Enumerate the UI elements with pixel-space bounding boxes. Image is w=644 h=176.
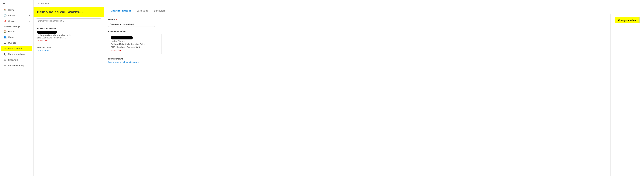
workstreams-icon: ⚡	[4, 47, 6, 50]
phone-calling-label: Calling (Make Calls; Receive Calls)	[111, 43, 159, 45]
chevron-down-icon: ▾	[29, 20, 30, 22]
queues-icon: ☰	[4, 41, 6, 44]
sidebar-item-label: Channels	[8, 59, 18, 61]
sidebar-item-users[interactable]: 👥 Users	[1, 34, 32, 40]
channel-search-input[interactable]	[36, 18, 101, 23]
channel-phone-row	[37, 31, 100, 34]
phone-numbers-icon: 📞	[4, 53, 6, 56]
phone-number-redacted	[111, 36, 133, 39]
sidebar-section-general-settings: General settings	[0, 24, 33, 29]
sidebar-item-workstreams[interactable]: ⚡ Workstreams	[1, 46, 32, 51]
home-settings-icon: 🏠	[4, 30, 6, 33]
routing-label: Routing rules	[37, 46, 100, 48]
users-icon: 👥	[4, 36, 6, 38]
inactive-label: Inactive	[114, 49, 122, 52]
channels-icon: ⬡	[4, 59, 6, 61]
channel-calling-label: Calling (Make Calls; Receive Calls)	[37, 34, 100, 37]
chevron-down-icon: ▾	[29, 15, 30, 16]
sidebar-item-recent[interactable]: 🕐 Recent ▾	[1, 13, 32, 18]
change-number-button[interactable]: Change number	[615, 17, 640, 23]
content-area: Demo voice call works... Phone number Ca…	[34, 7, 644, 176]
toolbar: ↻ Refresh	[34, 0, 644, 7]
channel-sms-label: SMS (Send And Receive SM...	[37, 37, 100, 39]
sidebar-item-label: Users	[8, 36, 14, 38]
phone-country-label: United States	[111, 40, 159, 42]
required-indicator: *	[116, 18, 118, 21]
sidebar-item-label: Queues	[8, 42, 16, 44]
sidebar: 🏠 Home 🕐 Recent ▾ 📌 Pinned ▾ General set…	[0, 0, 34, 176]
learn-more-link[interactable]: Learn more	[37, 49, 49, 52]
refresh-button[interactable]: ↻ Refresh	[36, 1, 51, 6]
tabs-bar: Channel Details Language Behaviors	[104, 7, 644, 14]
tab-behaviors[interactable]: Behaviors	[151, 7, 168, 14]
right-panel: Channel Details Language Behaviors Name …	[104, 7, 644, 176]
channel-card[interactable]: Phone number Calling (Make Calls; Receiv…	[34, 25, 104, 44]
recent-icon: 🕐	[4, 14, 6, 17]
sidebar-item-label: Workstreams	[8, 47, 22, 50]
name-field-group: Name *	[108, 18, 606, 27]
inactive-label: Inactive	[40, 39, 48, 41]
main-content: ↻ Refresh Demo voice call works... Phone…	[34, 0, 644, 176]
phone-inactive-badge: ⚠ Inactive	[111, 49, 159, 52]
refresh-icon: ↻	[38, 2, 40, 5]
channel-phone-number-label: Phone number	[37, 27, 100, 30]
sidebar-item-label: Home	[8, 9, 14, 11]
change-number-container: Change number	[610, 14, 644, 176]
hamburger-icon	[3, 3, 5, 5]
sidebar-item-pinned[interactable]: 📌 Pinned ▾	[1, 18, 32, 24]
phone-number-field-label: Phone number	[108, 30, 606, 33]
phone-redacted-block	[37, 31, 57, 34]
workstream-title: Demo voice call works...	[34, 7, 104, 17]
sidebar-item-phone-numbers[interactable]: 📞 Phone numbers	[1, 52, 32, 57]
tab-channel-details[interactable]: Channel Details	[108, 7, 134, 14]
warning-icon: ⚠	[111, 49, 113, 52]
refresh-label: Refresh	[41, 2, 49, 5]
pin-icon: 📌	[4, 20, 6, 23]
name-input[interactable]	[108, 22, 155, 27]
record-routing-icon: ◇	[4, 64, 6, 67]
home-icon: 🏠	[4, 8, 6, 11]
channel-inactive-badge: ⚠ Inactive	[37, 39, 100, 41]
tab-language[interactable]: Language	[134, 7, 151, 14]
sidebar-item-label: Record routing	[8, 64, 24, 67]
workstream-field-group: Workstream Demo voice call workstream	[108, 58, 606, 64]
sidebar-item-label: Pinned	[8, 20, 16, 23]
routing-section: Routing rules Learn more	[34, 44, 104, 54]
left-panel: Demo voice call works... Phone number Ca…	[34, 7, 104, 176]
sidebar-item-home-settings[interactable]: 🏠 Home	[1, 29, 32, 34]
sidebar-item-queues[interactable]: ☰ Queues	[1, 40, 32, 45]
phone-number-field-group: Phone number United States Calling (Make…	[108, 30, 606, 54]
phone-number-card: United States Calling (Make Calls; Recei…	[108, 34, 162, 54]
sidebar-item-home[interactable]: 🏠 Home	[1, 7, 32, 12]
hamburger-menu[interactable]	[0, 1, 33, 7]
phone-sms-label: SMS (Send And Receive SMS)	[111, 46, 159, 48]
right-panel-body: Name * Phone number United States Callin…	[104, 14, 610, 176]
name-field-label: Name *	[108, 18, 606, 21]
warning-icon: ⚠	[37, 39, 39, 41]
sidebar-item-label: Home	[8, 30, 14, 33]
sidebar-item-record-routing[interactable]: ◇ Record routing	[1, 63, 32, 68]
sidebar-item-label: Phone numbers	[8, 53, 25, 56]
sidebar-item-label: Recent	[8, 14, 16, 17]
workstream-field-label: Workstream	[108, 58, 606, 60]
workstream-link[interactable]: Demo voice call workstream	[108, 61, 606, 64]
sidebar-item-channels[interactable]: ⬡ Channels	[1, 57, 32, 63]
search-container	[34, 17, 104, 25]
